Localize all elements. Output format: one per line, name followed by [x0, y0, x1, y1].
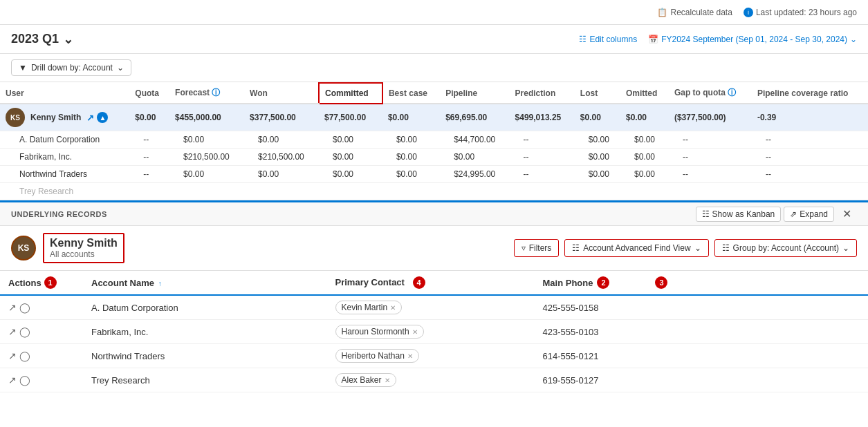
avatar: KS — [6, 108, 25, 127]
won: $0.00 — [244, 131, 319, 149]
omitted-val: $0.00 — [620, 104, 669, 131]
ratio: -- — [752, 166, 868, 183]
remove-contact-icon[interactable]: ✕ — [385, 377, 390, 384]
phone-cell: 425-555-0158 — [535, 295, 869, 320]
afv-icon: ☷ — [572, 243, 580, 253]
open-record-icon[interactable]: ↗ — [8, 350, 17, 361]
gap: -- — [669, 131, 752, 149]
underlying-panel: UNDERLYING RECORDS ☷ Show as Kanban ⇗ Ex… — [0, 200, 868, 392]
col-main-phone: Main Phone 2 3 — [535, 271, 869, 295]
expand-icon: ⇗ — [790, 209, 797, 219]
contact-tag: Kevin Martin ✕ — [335, 301, 403, 314]
col-primary-contact: Primary Contact 4 — [327, 271, 535, 295]
col-lost: Lost — [575, 83, 620, 104]
open-record-icon[interactable]: ↗ — [8, 326, 17, 337]
last-updated-label: Last updated: 23 hours ago — [756, 8, 857, 17]
account-name: Trey Research — [0, 183, 129, 200]
recalculate-button[interactable]: 📋 Recalculate data — [657, 8, 732, 17]
primary-contact-header: Primary Contact — [335, 277, 405, 287]
expand-label: Expand — [800, 209, 828, 219]
period-selector[interactable]: 2023 Q1 ⌄ — [11, 32, 73, 47]
underlying-label: UNDERLYING RECORDS — [11, 210, 107, 218]
underlying-header: UNDERLYING RECORDS ☷ Show as Kanban ⇗ Ex… — [0, 202, 868, 226]
gap — [669, 183, 752, 200]
actions-header-label: Actions — [8, 278, 41, 288]
contact-cell: Alex Baker ✕ — [327, 368, 535, 392]
col-pipeline-ratio: Pipeline coverage ratio — [752, 83, 868, 104]
drill-down-button[interactable]: ▼ Drill down by: Account ⌄ — [11, 59, 131, 76]
user-cell-inner: KS Kenny Smith ↗ ▲ — [6, 108, 124, 127]
table-row: Trey Research — [0, 183, 868, 200]
show-kanban-button[interactable]: ☷ Show as Kanban — [696, 207, 782, 222]
badge-1: 1 — [44, 276, 57, 289]
quota: -- — [129, 166, 169, 183]
filters-button[interactable]: ▿ Filters — [514, 239, 560, 257]
more-options-icon[interactable]: ◯ — [19, 302, 30, 313]
forecast — [169, 183, 244, 200]
drill-bar: ▼ Drill down by: Account ⌄ — [0, 54, 868, 82]
expand-button[interactable]: ⇗ Expand — [784, 207, 834, 222]
chevron-down-icon-drill: ⌄ — [117, 63, 124, 73]
group-label: Group by: Account (Account) — [733, 243, 839, 253]
ks-avatar: KS — [11, 236, 36, 260]
forecast-section: User Quota Forecast ⓘ Won Committed Best… — [0, 82, 868, 200]
more-options-icon[interactable]: ◯ — [19, 350, 30, 361]
group-icon: ☷ — [722, 243, 730, 253]
action-cell: ↗ ◯ — [0, 295, 83, 320]
remove-contact-icon[interactable]: ✕ — [390, 304, 396, 312]
pipeline: $44,700.00 — [440, 131, 509, 149]
committed: $0.00 — [319, 166, 382, 183]
main-container: 📋 Recalculate data i Last updated: 23 ho… — [0, 0, 868, 427]
kanban-icon: ☷ — [702, 209, 710, 219]
fy-selector[interactable]: 📅 FY2024 September (Sep 01, 2024 - Sep 3… — [648, 35, 857, 44]
filters-label: Filters — [529, 243, 552, 253]
period-title-text: 2023 Q1 — [11, 32, 59, 46]
omitted: $0.00 — [620, 131, 669, 149]
user-name: Kenny Smith — [30, 113, 81, 122]
edit-columns-button[interactable]: ☷ Edit columns — [579, 35, 637, 44]
contact-name: Kevin Martin — [342, 303, 388, 312]
group-by-button[interactable]: ☷ Group by: Account (Account) ⌄ — [714, 239, 857, 257]
omitted: $0.00 — [620, 149, 669, 166]
open-record-icon[interactable]: ↗ — [8, 374, 17, 386]
pipeline: $0.00 — [440, 149, 509, 166]
contact-tag: Haroun Stormonth ✕ — [335, 325, 424, 339]
expand-row-icon[interactable]: ▲ — [97, 112, 108, 123]
lost: $0.00 — [575, 166, 620, 183]
underlying-header-actions: ☷ Show as Kanban ⇗ Expand ✕ — [696, 205, 857, 222]
phone-cell: 614-555-0121 — [535, 344, 869, 368]
action-cell: ↗ ◯ — [0, 320, 83, 344]
quota-val: $0.00 — [129, 104, 169, 131]
drill-label: Drill down by: Account — [31, 63, 113, 73]
top-bar-right: 📋 Recalculate data i Last updated: 23 ho… — [657, 8, 857, 17]
badge-3: 3 — [655, 276, 667, 289]
col-prediction: Prediction — [510, 83, 575, 104]
more-options-icon[interactable]: ◯ — [19, 374, 30, 386]
more-options-icon[interactable]: ◯ — [19, 326, 30, 337]
drill-icon: ▼ — [19, 63, 27, 73]
best-case: $0.00 — [382, 131, 440, 149]
best-case: $0.00 — [382, 166, 440, 183]
remove-contact-icon[interactable]: ✕ — [407, 352, 413, 360]
sort-icon[interactable]: ↑ — [158, 280, 162, 287]
contact-cell: Kevin Martin ✕ — [327, 295, 535, 320]
col-gap: Gap to quota ⓘ — [669, 83, 752, 104]
prediction — [510, 183, 575, 200]
table-row: KS Kenny Smith ↗ ▲ $0.00 $455,000.00 $37… — [0, 104, 868, 131]
close-button[interactable]: ✕ — [837, 205, 857, 222]
records-table: Actions 1 Account Name ↑ Primary Contact… — [0, 271, 868, 392]
show-kanban-label: Show as Kanban — [712, 209, 775, 219]
account-name: Northwind Traders — [0, 166, 129, 183]
info-icon: i — [744, 8, 753, 17]
list-item: ↗ ◯ Northwind Traders Heriberto Nathan ✕… — [0, 344, 868, 368]
recalculate-label: Recalculate data — [670, 8, 732, 17]
share-icon[interactable]: ↗ — [86, 113, 94, 123]
won: $0.00 — [244, 166, 319, 183]
afv-button[interactable]: ☷ Account Advanced Find View ⌄ — [564, 239, 708, 257]
remove-contact-icon[interactable]: ✕ — [412, 328, 418, 336]
col-user: User — [0, 83, 129, 104]
list-item: ↗ ◯ Fabrikam, Inc. Haroun Stormonth ✕ 42… — [0, 320, 868, 344]
open-record-icon[interactable]: ↗ — [8, 302, 17, 313]
pipeline — [440, 183, 509, 200]
action-icons: ↗ ◯ — [8, 326, 75, 337]
